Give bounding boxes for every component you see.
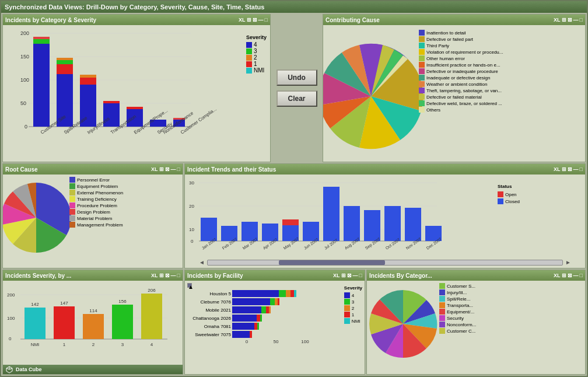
tool-xl-sb[interactable]: XL [151,273,158,278]
tool-chart-1[interactable]: ⊠ [253,17,257,23]
tool-chart-t[interactable]: ⊠ [568,166,572,172]
by-category-content: Customer S... Injury/Ill... Spill/Rele..… [367,281,585,374]
incidents-severity-header: Incidents by Category & Severity XL ⊞ ⊠ … [3,15,270,25]
svg-text:0: 0 [9,336,12,341]
svg-text:50: 50 [20,100,26,106]
tool-copy-f[interactable]: ⊞ [341,273,346,278]
tool-chart-r[interactable]: ⊠ [165,166,170,172]
svg-rect-82 [112,305,133,339]
tool-xl-bc[interactable]: XL [554,273,561,278]
tool-chart-bc[interactable]: ⊠ [568,273,572,278]
svg-rect-20 [80,75,96,78]
svg-rect-76 [24,308,46,339]
svg-text:4: 4 [150,342,153,347]
fac-sev-2: 2 [344,305,362,311]
data-cube-bar[interactable]: Data Cube [3,365,183,374]
severity-legend-2: 2 [246,54,267,61]
clear-button[interactable]: Clear [276,90,317,107]
facility-scroll-up[interactable]: ▲ [187,283,192,288]
tool-chart-f[interactable]: ⊠ [347,273,352,278]
contrib-legend-1: Inattention to detail [419,30,503,36]
facility-row-omaha: Omaha 7081 [187,323,342,330]
tool-close-c[interactable]: □ [580,17,583,23]
by-facility-title: Incidents by Facility [187,273,243,279]
fac-sev-4: 4 [344,292,362,298]
root-legend-3: External Phenomenon [69,190,123,196]
contrib-legend-6: Insufficient practice or hands-on e... [419,62,503,68]
tool-min-r[interactable]: — [171,166,176,172]
tool-copy-t[interactable]: ⊞ [562,166,566,172]
tool-min-t[interactable]: — [573,166,579,172]
tool-copy-c[interactable]: ⊞ [562,17,566,23]
cube-icon [5,365,13,373]
tool-copy-bc[interactable]: ⊞ [562,273,566,278]
root-cause-pie [4,176,68,262]
svg-rect-13 [33,37,50,39]
severity-by-content: 200 100 0 142 147 [3,281,183,374]
root-cause-title: Root Cause [5,166,38,173]
status-legend-closed: Closed [498,198,520,204]
svg-text:147: 147 [60,301,68,306]
tool-chart-sb[interactable]: ⊠ [165,273,170,278]
contrib-legend-3: Third Party [419,43,503,48]
tool-min-f[interactable]: — [353,273,358,278]
tool-min-sb[interactable]: — [171,273,176,278]
cat-legend-2: Injury/Ill... [439,289,476,295]
cat-legend-3: Spill/Rele... [439,296,476,302]
tool-xl-r[interactable]: XL [151,166,158,172]
tool-chart-c[interactable]: ⊠ [568,17,572,23]
facility-row-mobile: Mobile 2021 [187,306,342,313]
tool-close-t[interactable]: □ [580,166,583,172]
scroll-left-arrow[interactable]: ◄ [199,259,205,266]
tool-close-1[interactable]: □ [265,17,268,23]
main-title: Synchronized Data Views: Drill-Down by C… [5,4,264,11]
tool-min-bc[interactable]: — [573,273,579,278]
svg-line-94 [6,368,9,369]
tool-close-f[interactable]: □ [359,273,362,278]
tool-close-bc[interactable]: □ [580,273,583,278]
tool-close-sb[interactable]: □ [177,273,180,278]
tool-min-c[interactable]: — [573,17,579,23]
svg-text:NMI: NMI [31,342,40,347]
tool-copy-sb[interactable]: ⊞ [159,273,164,278]
undo-button[interactable]: Undo [276,69,317,86]
svg-text:30: 30 [189,180,194,186]
contributing-header: Contributing Cause XL ⊞ ⊠ — □ [323,15,585,25]
root-legend-8: Management Problem [69,222,123,228]
root-legend-2: Equipment Problem [69,183,123,189]
panel-by-category: Incidents By Categor... XL ⊞ ⊠ — □ [366,270,586,375]
incidents-severity-content: 200 150 100 50 0 [3,25,270,162]
scrollbar-thumb-trends[interactable] [279,260,385,265]
tool-copy-r[interactable]: ⊞ [159,166,164,172]
tool-xl-f[interactable]: XL [333,273,340,278]
cat-legend-7: Nonconform... [439,322,476,327]
svg-rect-16 [57,60,73,64]
by-category-tools: XL ⊞ ⊠ — □ [554,273,583,278]
severity-legend-3: 3 [246,48,267,54]
svg-rect-19 [80,78,96,85]
severity-by-header: Incidents Severity, by ... XL ⊞ ⊠ — □ [3,270,183,281]
trends-content: 30 20 10 0 [185,174,585,268]
svg-text:142: 142 [31,302,39,307]
svg-text:206: 206 [148,288,156,293]
tool-xl-t[interactable]: XL [554,166,561,172]
tool-xl-c[interactable]: XL [554,17,561,23]
svg-rect-24 [127,107,143,109]
tool-close-r[interactable]: □ [177,166,180,172]
scroll-right-arrow[interactable]: ► [565,259,571,266]
tool-copy-1[interactable]: ⊞ [247,17,251,23]
svg-rect-56 [405,208,421,241]
svg-text:2: 2 [92,342,95,347]
incidents-severity-title: Incidents by Category & Severity [5,17,96,23]
tool-xl-1[interactable]: XL [239,17,246,23]
severity-legend-4: 4 [246,41,267,48]
contrib-legend-12: Defective weld, braze, or soldered ... [419,100,503,106]
facility-row-sweetwater: Sweetwater 7075 [187,331,342,338]
tool-min-1[interactable]: — [258,17,264,23]
contrib-legend-8: Inadequate or defective design [419,75,503,81]
trends-tools: XL ⊞ ⊠ — □ [554,166,583,172]
contrib-legend-10: Theft, tampering, sabotage, or van... [419,88,503,93]
svg-rect-49 [282,219,299,225]
root-legend-6: Design Problem [69,209,123,215]
svg-rect-11 [33,44,50,127]
